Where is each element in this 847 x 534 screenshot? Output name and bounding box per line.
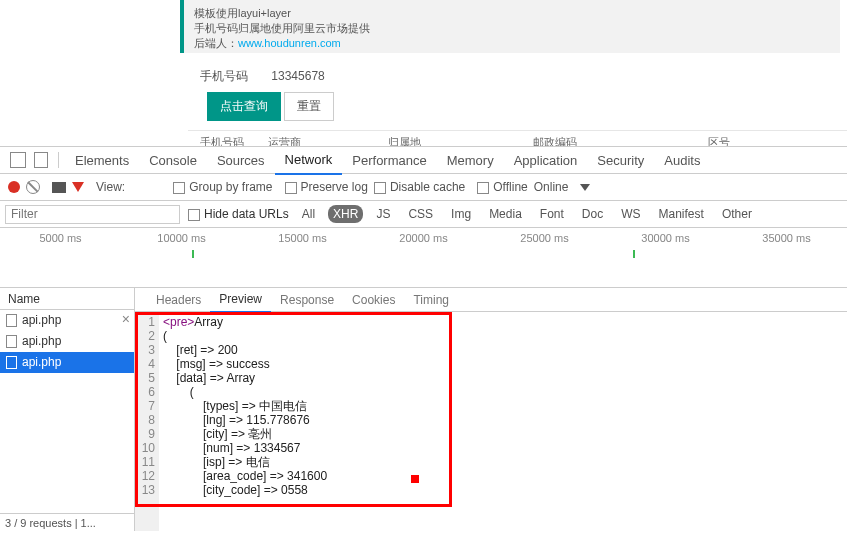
disable-cache-checkbox[interactable]: Disable cache bbox=[374, 180, 465, 194]
tl-5000: 5000 ms bbox=[0, 232, 121, 244]
filter-css[interactable]: CSS bbox=[403, 205, 438, 223]
request-detail: Headers Preview Response Cookies Timing … bbox=[135, 288, 847, 531]
response-preview[interactable]: 12345678910111213 <pre>Array( [ret] => 2… bbox=[135, 312, 847, 531]
tl-30000: 30000 ms bbox=[605, 232, 726, 244]
tab-application[interactable]: Application bbox=[504, 147, 588, 174]
dtab-preview[interactable]: Preview bbox=[210, 287, 271, 313]
filter-media[interactable]: Media bbox=[484, 205, 527, 223]
filter-other[interactable]: Other bbox=[717, 205, 757, 223]
network-toolbar: View: Group by frame Preserve log Disabl… bbox=[0, 174, 847, 201]
filter-icon[interactable] bbox=[72, 182, 84, 192]
info-panel: 模板使用layui+layer 手机号码归属地使用阿里云市场提供 后端人：www… bbox=[180, 0, 840, 53]
filter-bar: Hide data URLs All XHR JS CSS Img Media … bbox=[0, 201, 847, 228]
online-select[interactable]: Online bbox=[534, 180, 569, 194]
filter-ws[interactable]: WS bbox=[616, 205, 645, 223]
detail-tabs: Headers Preview Response Cookies Timing bbox=[135, 288, 847, 312]
file-icon bbox=[6, 314, 17, 327]
tl-10000: 10000 ms bbox=[121, 232, 242, 244]
filter-font[interactable]: Font bbox=[535, 205, 569, 223]
device-toggle-icon[interactable] bbox=[34, 152, 48, 168]
view-list-icon[interactable] bbox=[131, 181, 143, 193]
info-line2: 手机号码归属地使用阿里云市场提供 bbox=[194, 21, 830, 36]
request-item-selected[interactable]: api.php bbox=[0, 352, 134, 373]
request-marker bbox=[633, 250, 635, 258]
filter-doc[interactable]: Doc bbox=[577, 205, 608, 223]
filter-js[interactable]: JS bbox=[371, 205, 395, 223]
view-label: View: bbox=[96, 180, 125, 194]
info-line3: 后端人：www.houdunren.com bbox=[194, 36, 830, 51]
button-row: 点击查询 重置 bbox=[207, 92, 334, 121]
devtools-body: Name × api.php api.php api.php 3 / 9 req… bbox=[0, 288, 847, 531]
filter-manifest[interactable]: Manifest bbox=[654, 205, 709, 223]
phone-row: 手机号码 13345678 bbox=[200, 68, 345, 85]
tl-35000: 35000 ms bbox=[726, 232, 847, 244]
filter-xhr[interactable]: XHR bbox=[328, 205, 363, 223]
offline-checkbox[interactable]: Offline bbox=[477, 180, 527, 194]
hide-urls-checkbox[interactable]: Hide data URLs bbox=[188, 207, 289, 221]
file-icon bbox=[6, 335, 17, 348]
tab-memory[interactable]: Memory bbox=[437, 147, 504, 174]
tab-network[interactable]: Network bbox=[275, 146, 343, 175]
request-list-panel: Name × api.php api.php api.php 3 / 9 req… bbox=[0, 288, 135, 531]
dtab-timing[interactable]: Timing bbox=[404, 288, 458, 312]
request-item[interactable]: api.php bbox=[0, 310, 134, 331]
dtab-headers[interactable]: Headers bbox=[147, 288, 210, 312]
page-content: 模板使用layui+layer 手机号码归属地使用阿里云市场提供 后端人：www… bbox=[0, 0, 847, 146]
inspect-icon[interactable] bbox=[10, 152, 26, 168]
tab-sources[interactable]: Sources bbox=[207, 147, 275, 174]
request-marker bbox=[192, 250, 194, 258]
phone-label: 手机号码 bbox=[200, 69, 248, 83]
separator bbox=[58, 152, 59, 168]
group-checkbox[interactable]: Group by frame bbox=[173, 180, 272, 194]
name-column-header[interactable]: Name bbox=[0, 288, 134, 310]
filter-all[interactable]: All bbox=[297, 205, 320, 223]
file-icon bbox=[6, 356, 17, 369]
tab-elements[interactable]: Elements bbox=[65, 147, 139, 174]
query-button[interactable]: 点击查询 bbox=[207, 92, 281, 121]
dtab-cookies[interactable]: Cookies bbox=[343, 288, 404, 312]
request-summary: 3 / 9 requests | 1... bbox=[0, 513, 134, 531]
info-line1: 模板使用layui+layer bbox=[194, 6, 830, 21]
line-gutter: 12345678910111213 bbox=[135, 312, 159, 531]
devtools-main-tabs: Elements Console Sources Network Perform… bbox=[0, 147, 847, 174]
close-icon[interactable]: × bbox=[122, 311, 130, 327]
filter-input[interactable] bbox=[5, 205, 180, 224]
dropdown-icon[interactable] bbox=[580, 184, 590, 191]
phone-value: 13345678 bbox=[271, 69, 324, 83]
network-timeline[interactable]: 5000 ms 10000 ms 15000 ms 20000 ms 25000… bbox=[0, 228, 847, 288]
tab-performance[interactable]: Performance bbox=[342, 147, 436, 174]
response-code: <pre>Array( [ret] => 200 [msg] => succes… bbox=[159, 312, 847, 531]
tab-audits[interactable]: Audits bbox=[654, 147, 710, 174]
record-icon[interactable] bbox=[8, 181, 20, 193]
devtools-panel: Elements Console Sources Network Perform… bbox=[0, 146, 847, 534]
tab-security[interactable]: Security bbox=[587, 147, 654, 174]
screenshot-icon[interactable] bbox=[52, 182, 66, 193]
dtab-response[interactable]: Response bbox=[271, 288, 343, 312]
request-item[interactable]: api.php bbox=[0, 331, 134, 352]
preserve-checkbox[interactable]: Preserve log bbox=[285, 180, 368, 194]
tl-15000: 15000 ms bbox=[242, 232, 363, 244]
clear-icon[interactable] bbox=[26, 180, 40, 194]
tab-console[interactable]: Console bbox=[139, 147, 207, 174]
source-link[interactable]: www.houdunren.com bbox=[238, 37, 341, 49]
tl-20000: 20000 ms bbox=[363, 232, 484, 244]
filter-img[interactable]: Img bbox=[446, 205, 476, 223]
tl-25000: 25000 ms bbox=[484, 232, 605, 244]
reset-button[interactable]: 重置 bbox=[284, 92, 334, 121]
view-grid-icon[interactable] bbox=[149, 181, 161, 193]
